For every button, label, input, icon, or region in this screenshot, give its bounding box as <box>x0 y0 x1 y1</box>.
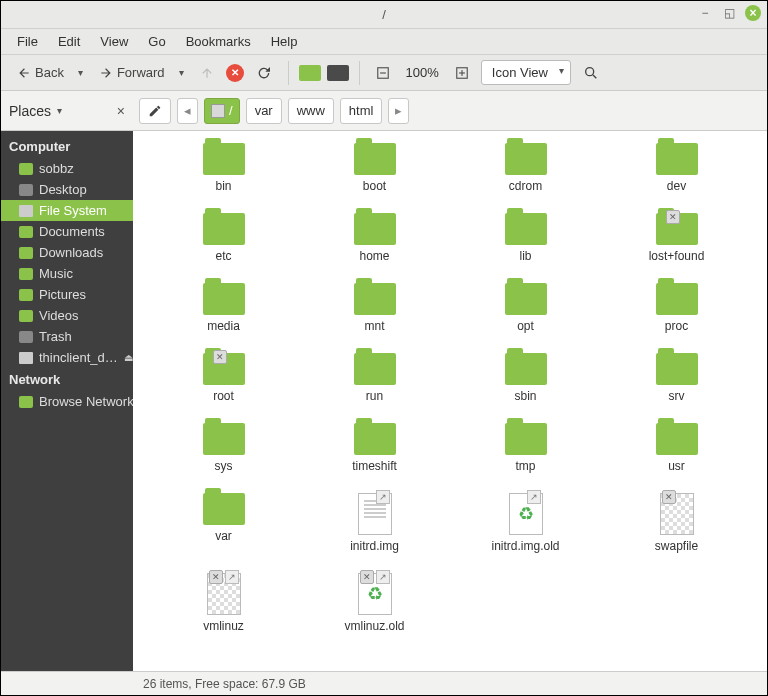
folder-icon <box>19 163 33 175</box>
file-item[interactable]: proc <box>606 283 747 333</box>
folder-icon <box>203 493 245 525</box>
folder-icon <box>354 423 396 455</box>
file-item[interactable]: ✕root <box>153 353 294 403</box>
back-button[interactable]: Back <box>11 61 70 84</box>
edit-path-button[interactable] <box>139 98 171 124</box>
file-item[interactable]: sbin <box>455 353 596 403</box>
file-item[interactable]: timeshift <box>304 423 445 473</box>
file-item[interactable]: dev <box>606 143 747 193</box>
menu-help[interactable]: Help <box>263 32 306 51</box>
file-item[interactable]: sys <box>153 423 294 473</box>
file-item[interactable]: ↗initrd.img <box>304 493 445 553</box>
file-item[interactable]: media <box>153 283 294 333</box>
file-item[interactable]: mnt <box>304 283 445 333</box>
sidebar-item-browse-network[interactable]: Browse Network <box>1 391 133 412</box>
sidebar-item-videos[interactable]: Videos <box>1 305 133 326</box>
folder-icon <box>203 283 245 315</box>
file-item[interactable]: cdrom <box>455 143 596 193</box>
arrow-up-icon <box>200 66 214 80</box>
maximize-button[interactable]: ◱ <box>721 5 737 21</box>
sidebar-item-pictures[interactable]: Pictures <box>1 284 133 305</box>
file-item[interactable]: home <box>304 213 445 263</box>
search-button[interactable] <box>577 61 605 85</box>
zoom-out-button[interactable] <box>370 62 396 84</box>
view-folder-mode[interactable] <box>299 65 321 81</box>
sidebar-item-file-system[interactable]: File System <box>1 200 133 221</box>
close-button[interactable]: × <box>745 5 761 21</box>
menu-bookmarks[interactable]: Bookmarks <box>178 32 259 51</box>
file-item[interactable]: run <box>304 353 445 403</box>
view-mode-select[interactable]: Icon View <box>481 60 571 85</box>
file-item[interactable]: srv <box>606 353 747 403</box>
zoom-level: 100% <box>402 65 443 80</box>
reload-button[interactable] <box>250 61 278 85</box>
arrow-right-icon <box>99 66 113 80</box>
forward-button[interactable]: Forward <box>93 61 171 84</box>
minimize-button[interactable]: − <box>697 5 713 21</box>
file-item[interactable]: var <box>153 493 294 553</box>
zoom-in-icon <box>455 66 469 80</box>
file-view[interactable]: binbootcdromdevetchomelib✕lost+foundmedi… <box>133 131 767 671</box>
path-segment-www[interactable]: www <box>288 98 334 124</box>
file-label: var <box>215 529 232 543</box>
file-label: proc <box>665 319 688 333</box>
forward-history-dropdown[interactable]: ▾ <box>175 67 188 78</box>
path-buttons: ◂ / var www html ▸ <box>133 98 415 124</box>
file-label: media <box>207 319 240 333</box>
file-item[interactable]: bin <box>153 143 294 193</box>
file-label: srv <box>669 389 685 403</box>
file-label: lib <box>519 249 531 263</box>
recycle-icon: ♻ <box>518 503 534 525</box>
sidebar-item-music[interactable]: Music <box>1 263 133 284</box>
file-item[interactable]: etc <box>153 213 294 263</box>
path-next[interactable]: ▸ <box>388 98 409 124</box>
zoom-in-button[interactable] <box>449 62 475 84</box>
path-prev[interactable]: ◂ <box>177 98 198 124</box>
file-item[interactable]: usr <box>606 423 747 473</box>
file-label: swapfile <box>655 539 698 553</box>
file-item[interactable]: ✕↗vmlinuz <box>153 573 294 633</box>
eject-icon[interactable]: ⏏ <box>124 352 133 363</box>
menu-view[interactable]: View <box>92 32 136 51</box>
sidebar-item-label: Music <box>39 266 73 281</box>
folder-icon <box>354 213 396 245</box>
restricted-badge-icon: ✕ <box>666 210 680 224</box>
menu-edit[interactable]: Edit <box>50 32 88 51</box>
sidebar-section-network: Network <box>1 368 133 391</box>
sidebar-item-sobbz[interactable]: sobbz <box>1 158 133 179</box>
sidebar-item-label: File System <box>39 203 107 218</box>
menu-file[interactable]: File <box>9 32 46 51</box>
sidebar-item-desktop[interactable]: Desktop <box>1 179 133 200</box>
places-close[interactable]: × <box>117 103 125 119</box>
stop-button[interactable]: ✕ <box>226 64 244 82</box>
places-dropdown[interactable]: ▾ <box>57 105 62 116</box>
file-label: cdrom <box>509 179 542 193</box>
folder-icon <box>505 283 547 315</box>
file-item[interactable]: lib <box>455 213 596 263</box>
path-segment-html[interactable]: html <box>340 98 383 124</box>
sidebar-item-downloads[interactable]: Downloads <box>1 242 133 263</box>
path-segment-root[interactable]: / <box>204 98 240 124</box>
file-item[interactable]: ♻✕↗vmlinuz.old <box>304 573 445 633</box>
file-item[interactable]: tmp <box>455 423 596 473</box>
folder-icon <box>203 423 245 455</box>
disk-icon <box>211 104 225 118</box>
sidebar-item-trash[interactable]: Trash <box>1 326 133 347</box>
file-item[interactable]: boot <box>304 143 445 193</box>
menu-go[interactable]: Go <box>140 32 173 51</box>
view-computer-mode[interactable] <box>327 65 349 81</box>
file-label: root <box>213 389 234 403</box>
back-history-dropdown[interactable]: ▾ <box>74 67 87 78</box>
file-item[interactable]: ♻↗initrd.img.old <box>455 493 596 553</box>
path-segment-var[interactable]: var <box>246 98 282 124</box>
symlink-badge-icon: ↗ <box>376 490 390 504</box>
sidebar-item-documents[interactable]: Documents <box>1 221 133 242</box>
sidebar-item-label: Browse Network <box>39 394 133 409</box>
file-item[interactable]: opt <box>455 283 596 333</box>
restricted-badge-icon: ✕ <box>209 570 223 584</box>
file-label: run <box>366 389 383 403</box>
sidebar-item-thinclient-d-[interactable]: thinclient_d…⏏ <box>1 347 133 368</box>
up-button[interactable] <box>194 62 220 84</box>
file-item[interactable]: ✕lost+found <box>606 213 747 263</box>
file-item[interactable]: ✕swapfile <box>606 493 747 553</box>
